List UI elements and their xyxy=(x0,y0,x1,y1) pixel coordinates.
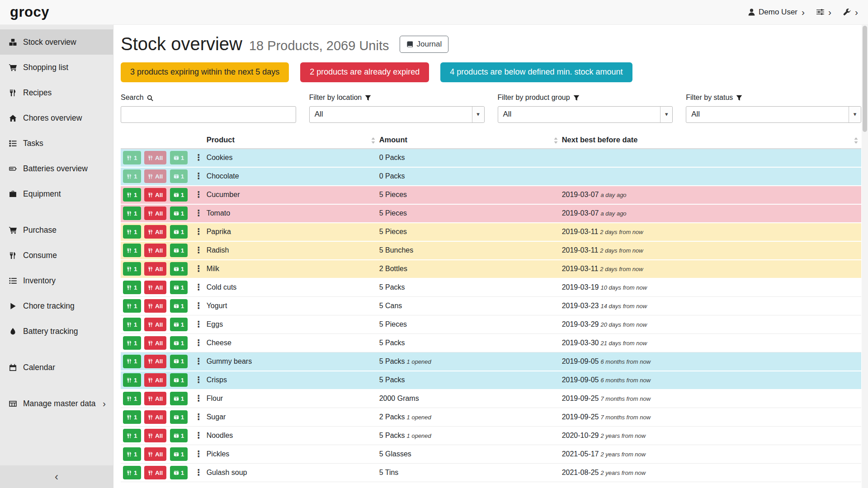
consume-all-button[interactable]: All xyxy=(144,151,166,164)
search-input[interactable] xyxy=(121,106,296,123)
best-before-column-header[interactable]: Next best before date xyxy=(561,133,861,149)
consume-all-button[interactable]: All xyxy=(144,281,166,294)
expired-alert[interactable]: 2 products are already expired xyxy=(300,62,429,82)
row-menu-button[interactable]: ⋮ xyxy=(194,170,203,183)
product-group-filter-select[interactable]: All ▾ xyxy=(498,106,673,123)
row-menu-button[interactable]: ⋮ xyxy=(194,319,203,331)
amount-column-header[interactable]: Amount xyxy=(378,133,561,149)
row-menu-button[interactable]: ⋮ xyxy=(194,374,203,386)
consume-one-button[interactable]: 1 xyxy=(123,410,141,424)
sidebar-item-calendar[interactable]: Calendar xyxy=(0,355,113,380)
consume-one-button[interactable]: 1 xyxy=(123,225,141,239)
sidebar-item-recipes[interactable]: Recipes xyxy=(0,80,113,105)
row-menu-button[interactable]: ⋮ xyxy=(194,207,203,220)
row-menu-button[interactable]: ⋮ xyxy=(194,430,203,442)
consume-one-button[interactable]: 1 xyxy=(123,429,141,442)
row-menu-button[interactable]: ⋮ xyxy=(194,467,203,479)
sidebar-item-inventory[interactable]: Inventory xyxy=(0,268,113,293)
row-menu-button[interactable]: ⋮ xyxy=(194,393,203,405)
consume-one-button[interactable]: 1 xyxy=(123,169,141,183)
consume-one-button[interactable]: 1 xyxy=(123,206,141,220)
row-menu-button[interactable]: ⋮ xyxy=(194,244,203,257)
open-one-button[interactable]: 1 xyxy=(170,244,188,257)
open-one-button[interactable]: 1 xyxy=(170,355,188,368)
open-one-button[interactable]: 1 xyxy=(170,169,188,183)
consume-all-button[interactable]: All xyxy=(144,244,166,257)
row-menu-button[interactable]: ⋮ xyxy=(194,263,203,275)
scrollbar[interactable] xyxy=(862,25,868,488)
consume-one-button[interactable]: 1 xyxy=(123,262,141,276)
open-one-button[interactable]: 1 xyxy=(170,225,188,239)
open-one-button[interactable]: 1 xyxy=(170,336,188,350)
view-settings-menu[interactable]: › xyxy=(816,7,831,17)
open-one-button[interactable]: 1 xyxy=(170,318,188,331)
consume-all-button[interactable]: All xyxy=(144,466,166,479)
consume-all-button[interactable]: All xyxy=(144,410,166,424)
sidebar-item-battery-tracking[interactable]: Battery tracking xyxy=(0,319,113,344)
consume-one-button[interactable]: 1 xyxy=(123,281,141,294)
open-one-button[interactable]: 1 xyxy=(170,299,188,313)
grocy-logo[interactable]: grocy xyxy=(10,2,49,22)
open-one-button[interactable]: 1 xyxy=(170,281,188,294)
open-one-button[interactable]: 1 xyxy=(170,392,188,405)
consume-all-button[interactable]: All xyxy=(144,336,166,350)
consume-one-button[interactable]: 1 xyxy=(123,318,141,331)
consume-one-button[interactable]: 1 xyxy=(123,151,141,164)
consume-all-button[interactable]: All xyxy=(144,392,166,405)
consume-all-button[interactable]: All xyxy=(144,225,166,239)
row-menu-button[interactable]: ⋮ xyxy=(194,356,203,368)
product-column-header[interactable]: Product xyxy=(206,133,378,149)
row-menu-button[interactable]: ⋮ xyxy=(194,411,203,423)
sidebar-item-chore-tracking[interactable]: Chore tracking xyxy=(0,293,113,319)
consume-all-button[interactable]: All xyxy=(144,355,166,368)
row-menu-button[interactable]: ⋮ xyxy=(194,282,203,294)
consume-all-button[interactable]: All xyxy=(144,169,166,183)
consume-all-button[interactable]: All xyxy=(144,299,166,313)
open-one-button[interactable]: 1 xyxy=(170,151,188,164)
consume-one-button[interactable]: 1 xyxy=(123,244,141,257)
sidebar-item-stock-overview[interactable]: Stock overview xyxy=(0,29,113,55)
row-menu-button[interactable]: ⋮ xyxy=(194,189,203,201)
sidebar-item-batteries-overview[interactable]: Batteries overview xyxy=(0,156,113,181)
consume-all-button[interactable]: All xyxy=(144,206,166,220)
scrollbar-thumb[interactable] xyxy=(863,26,867,132)
row-menu-button[interactable]: ⋮ xyxy=(194,152,203,164)
row-menu-button[interactable]: ⋮ xyxy=(194,226,203,238)
sidebar-item-manage-master-data[interactable]: Manage master data › xyxy=(0,391,113,416)
admin-menu[interactable]: › xyxy=(843,7,858,17)
sidebar-collapse-button[interactable]: ‹ xyxy=(0,465,113,488)
consume-all-button[interactable]: All xyxy=(144,318,166,331)
consume-one-button[interactable]: 1 xyxy=(123,299,141,313)
sidebar-item-tasks[interactable]: Tasks xyxy=(0,131,113,156)
open-one-button[interactable]: 1 xyxy=(170,410,188,424)
journal-button[interactable]: Journal xyxy=(400,36,449,53)
consume-all-button[interactable]: All xyxy=(144,447,166,461)
row-menu-button[interactable]: ⋮ xyxy=(194,300,203,312)
open-one-button[interactable]: 1 xyxy=(170,188,188,202)
consume-one-button[interactable]: 1 xyxy=(123,355,141,368)
sidebar-item-consume[interactable]: Consume xyxy=(0,243,113,268)
consume-one-button[interactable]: 1 xyxy=(123,466,141,479)
open-one-button[interactable]: 1 xyxy=(170,466,188,479)
open-one-button[interactable]: 1 xyxy=(170,373,188,387)
sidebar-item-equipment[interactable]: Equipment xyxy=(0,181,113,206)
consume-one-button[interactable]: 1 xyxy=(123,373,141,387)
sidebar-item-purchase[interactable]: Purchase xyxy=(0,217,113,243)
row-menu-button[interactable]: ⋮ xyxy=(194,448,203,460)
consume-all-button[interactable]: All xyxy=(144,188,166,202)
consume-all-button[interactable]: All xyxy=(144,262,166,276)
below-min-stock-alert[interactable]: 4 products are below defined min. stock … xyxy=(440,62,632,82)
location-filter-select[interactable]: All ▾ xyxy=(309,106,485,123)
user-menu[interactable]: Demo User › xyxy=(748,7,805,18)
open-one-button[interactable]: 1 xyxy=(170,262,188,276)
open-one-button[interactable]: 1 xyxy=(170,206,188,220)
status-filter-select[interactable]: All ▾ xyxy=(686,106,861,123)
consume-one-button[interactable]: 1 xyxy=(123,188,141,202)
consume-all-button[interactable]: All xyxy=(144,373,166,387)
consume-one-button[interactable]: 1 xyxy=(123,336,141,350)
consume-one-button[interactable]: 1 xyxy=(123,392,141,405)
open-one-button[interactable]: 1 xyxy=(170,447,188,461)
expiring-alert[interactable]: 3 products expiring within the next 5 da… xyxy=(121,62,289,82)
sidebar-item-shopping-list[interactable]: Shopping list xyxy=(0,55,113,80)
consume-all-button[interactable]: All xyxy=(144,429,166,442)
